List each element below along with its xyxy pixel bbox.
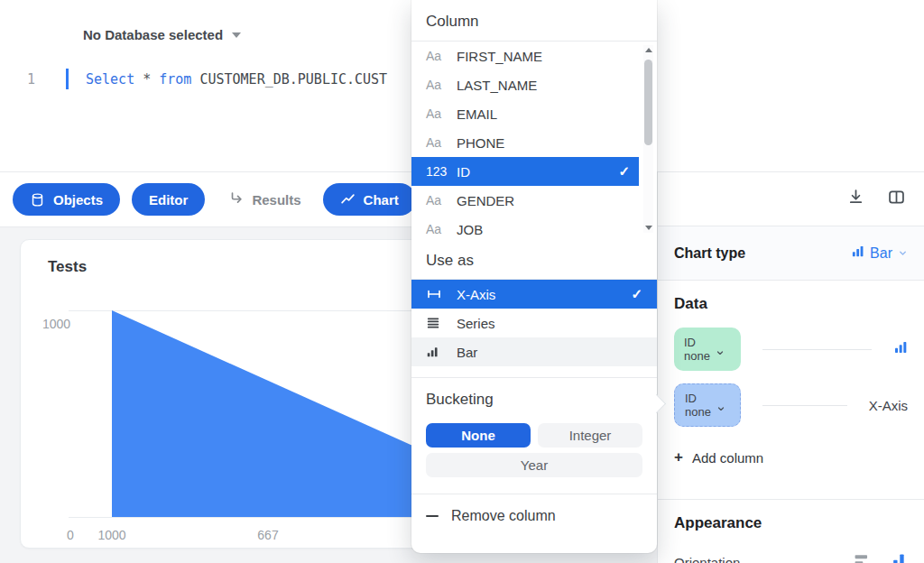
scroll-down-arrow-icon[interactable] <box>645 226 652 230</box>
text-type-icon: Aa <box>426 222 457 236</box>
column-option-gender[interactable]: Aa GENDER <box>411 186 639 215</box>
x-axis-tick-label: 1000 <box>97 528 125 542</box>
tab-objects[interactable]: Objects <box>13 183 120 216</box>
chip-column-name: ID <box>684 336 710 349</box>
sql-keyword-select: Select <box>86 71 134 88</box>
database-icon <box>30 192 45 208</box>
chart-type-label: Chart type <box>674 245 851 262</box>
column-option-first-name[interactable]: Aa FIRST_NAME <box>411 42 639 70</box>
chart-type-selector[interactable]: Bar <box>851 245 908 262</box>
add-column-button[interactable]: + Add column <box>674 448 908 466</box>
check-icon: ✓ <box>618 163 630 180</box>
redirect-arrow-icon <box>228 190 245 209</box>
chevron-down-icon <box>898 245 908 262</box>
xaxis-column-chip[interactable]: ID none <box>674 383 741 427</box>
chevron-down-icon <box>232 32 241 38</box>
number-type-icon: 123 <box>426 164 457 179</box>
appearance-section-title: Appearance <box>674 514 908 532</box>
connector-line <box>762 349 872 350</box>
x-axis-icon <box>426 286 457 302</box>
scroll-up-arrow-icon[interactable] <box>645 48 652 52</box>
chevron-down-icon <box>716 345 725 361</box>
appearance-section: Appearance Orientation <box>658 500 924 563</box>
chip-aggregation: none <box>685 405 711 419</box>
plus-icon: + <box>674 448 683 466</box>
connector-line <box>762 405 847 406</box>
check-icon: ✓ <box>631 286 642 302</box>
column-option-email[interactable]: Aa EMAIL <box>411 99 639 128</box>
text-type-icon: Aa <box>426 49 457 63</box>
bar-chart-icon <box>426 346 457 358</box>
series-column-chip[interactable]: ID none <box>674 328 741 371</box>
use-as-header: Use as <box>411 238 657 280</box>
data-section-title: Data <box>674 295 908 313</box>
add-column-label: Add column <box>692 450 763 466</box>
text-cursor <box>66 69 69 89</box>
remove-column-label: Remove column <box>451 508 556 524</box>
orientation-label: Orientation <box>674 555 854 563</box>
remove-column-button[interactable]: Remove column <box>411 494 657 538</box>
line-number: 1 <box>27 71 35 88</box>
column-list: Aa FIRST_NAME Aa LAST_NAME Aa EMAIL Aa P… <box>411 42 657 238</box>
chevron-down-icon <box>716 401 725 417</box>
text-type-icon: Aa <box>426 78 457 92</box>
x-axis-tick-label: 0 <box>67 528 74 542</box>
bucketing-section: Bucketing None Integer Year <box>411 378 657 477</box>
bucketing-header: Bucketing <box>426 391 642 409</box>
database-selector-label: No Database selected <box>83 27 223 42</box>
x-axis-tick-label: 667 <box>257 528 278 542</box>
tab-chart-label: Chart <box>364 192 399 208</box>
sql-keyword-from: from <box>159 71 191 88</box>
sql-star: * <box>134 71 159 88</box>
column-option-last-name[interactable]: Aa LAST_NAME <box>411 70 639 99</box>
sql-code-line[interactable]: Select * from CUSTOMER_DB.PUBLIC.CUST <box>86 71 387 88</box>
text-type-icon: Aa <box>426 106 457 121</box>
bar-chart-icon <box>851 245 864 262</box>
split-view-icon[interactable] <box>887 188 906 210</box>
data-section: Data ID none ID <box>658 281 924 500</box>
column-settings-popup: Column Aa FIRST_NAME Aa LAST_NAME Aa EMA… <box>411 0 657 553</box>
tab-editor[interactable]: Editor <box>132 183 205 216</box>
bucketing-option-year[interactable]: Year <box>426 453 642 477</box>
minus-icon <box>426 515 439 518</box>
text-type-icon: Aa <box>426 193 457 208</box>
chart-type-row: Chart type Bar <box>658 226 924 281</box>
scrollbar-thumb[interactable] <box>644 60 652 145</box>
chip-column-name: ID <box>685 392 711 405</box>
use-as-option-series[interactable]: Series <box>411 309 657 337</box>
horizontal-orientation-icon[interactable] <box>854 552 871 563</box>
data-row-xaxis: ID none X-Axis <box>674 383 908 427</box>
data-row-series: ID none <box>674 328 908 371</box>
use-as-option-x-axis[interactable]: X-Axis ✓ <box>411 280 657 309</box>
scrollbar[interactable] <box>643 45 653 233</box>
bucketing-option-integer[interactable]: Integer <box>538 423 642 448</box>
database-selector[interactable]: No Database selected <box>83 27 241 42</box>
chip-aggregation: none <box>684 349 710 363</box>
tab-chart[interactable]: Chart <box>323 183 416 216</box>
column-option-job[interactable]: Aa JOB <box>411 215 639 238</box>
y-axis-tick-label: 1000 <box>42 317 70 331</box>
download-icon[interactable] <box>846 188 865 210</box>
tab-results[interactable]: Results <box>228 190 300 209</box>
line-chart-icon <box>340 192 356 208</box>
series-icon <box>426 316 457 330</box>
tab-objects-label: Objects <box>53 192 103 208</box>
use-as-option-bar[interactable]: Bar <box>411 337 657 366</box>
text-type-icon: Aa <box>426 135 457 150</box>
bar-chart-icon <box>893 340 908 358</box>
sql-identifier: CUSTOMER_DB.PUBLIC.CUST <box>191 71 387 88</box>
tab-results-label: Results <box>252 192 300 208</box>
panel-toolbar <box>658 172 924 226</box>
tab-editor-label: Editor <box>149 192 188 208</box>
chart-settings-panel: Chart type Bar Data ID none <box>657 172 924 563</box>
orientation-row: Orientation <box>674 552 908 563</box>
vertical-orientation-icon[interactable] <box>891 552 908 563</box>
bucketing-option-none[interactable]: None <box>426 423 531 448</box>
chart-title: Tests <box>48 258 87 276</box>
popup-column-header: Column <box>411 0 657 42</box>
xaxis-role-label: X-Axis <box>869 398 908 413</box>
column-option-phone[interactable]: Aa PHONE <box>411 128 639 157</box>
chart-type-value: Bar <box>870 245 892 262</box>
column-option-id-selected[interactable]: 123 ID ✓ <box>411 157 639 186</box>
